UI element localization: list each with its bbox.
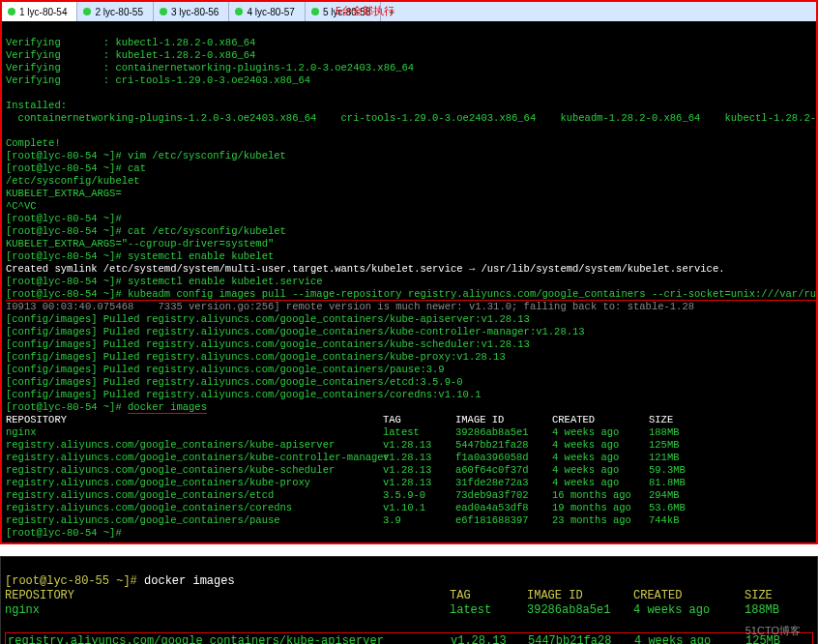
annotation-label: 5台全部执行 xyxy=(336,4,394,18)
tab-host-3[interactable]: 3 lyc-80-56 xyxy=(154,2,229,21)
shell-prompt: [root@lyc-80-55 ~]# xyxy=(5,574,144,588)
tab-host-2[interactable]: 2 lyc-80-55 xyxy=(77,2,153,21)
tab-host-1[interactable]: 1 lyc-80-54 xyxy=(2,2,77,21)
status-dot-icon xyxy=(235,8,243,15)
terminal-pane-2[interactable]: [root@lyc-80-55 ~]# docker images REPOSI… xyxy=(0,556,818,644)
terminal-pane-1[interactable]: Verifying : kubectl-1.28.2-0.x86_64 Veri… xyxy=(2,21,816,542)
tab-bar: 1 lyc-80-54 2 lyc-80-55 3 lyc-80-56 4 ly… xyxy=(2,2,816,21)
tab-host-4[interactable]: 4 lyc-80-57 xyxy=(229,2,305,21)
watermark: 51CTO博客 xyxy=(745,624,801,638)
highlighted-images: registry.aliyuncs.com/google_containers/… xyxy=(5,632,813,644)
status-dot-icon xyxy=(83,8,91,15)
status-dot-icon xyxy=(160,8,167,15)
image-table-1: nginxlatest39286ab8a5e14 weeks ago188MBr… xyxy=(6,426,812,527)
status-dot-icon xyxy=(8,8,15,15)
status-dot-icon xyxy=(311,8,319,15)
